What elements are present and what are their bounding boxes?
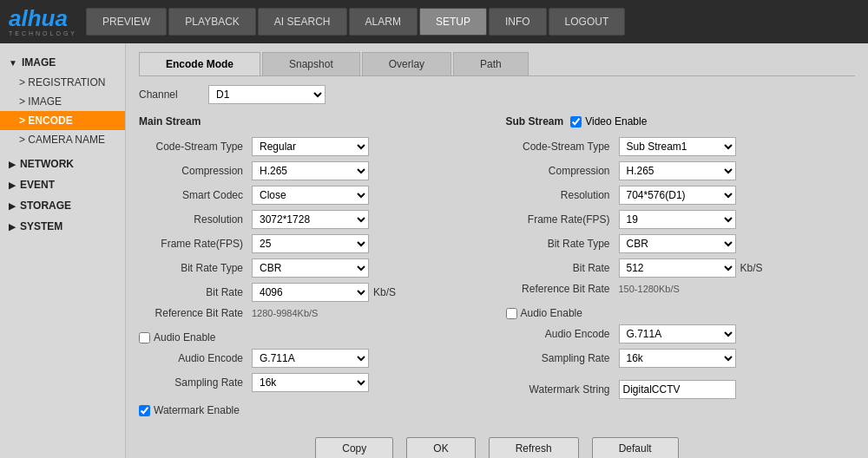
nav-preview[interactable]: PREVIEW [86,8,167,36]
main-bitrate-type-select[interactable]: CBR [252,258,369,278]
sub-watermark-string-input[interactable] [619,380,736,399]
sidebar-group-system[interactable]: ▶ SYSTEM [0,216,125,237]
main-audio-enable-label: Audio Enable [154,331,215,344]
main-bitrate-unit: Kb/S [373,286,396,298]
sidebar-group-network[interactable]: ▶ NETWORK [0,154,125,174]
sidebar-group-image[interactable]: ▼ IMAGE [0,52,125,73]
sub-bitrate-row: Bit Rate 512 Kb/S [506,258,856,278]
sub-video-enable-checkbox[interactable] [570,116,582,128]
sidebar-group-storage-label: STORAGE [20,200,71,212]
nav-info[interactable]: INFO [489,8,547,36]
tab-overlay[interactable]: Overlay [362,52,451,75]
sidebar-item-encode[interactable]: > ENCODE [0,111,125,130]
main-resolution-label: Resolution [139,213,252,226]
sub-stream-header: Sub Stream Video Enable [506,113,856,137]
sub-audio-enable-checkbox[interactable] [506,308,517,319]
streams-container: Main Stream Code-Stream Type Regular Com… [139,113,855,422]
nav-logout[interactable]: LOGOUT [549,8,626,36]
main-watermark-row: Watermark Enable [139,404,489,416]
nav-setup[interactable]: SETUP [419,8,487,36]
sidebar: ▼ IMAGE > REGISTRATION > IMAGE > ENCODE … [0,43,126,458]
arrow-icon: ▶ [9,180,16,190]
refresh-button[interactable]: Refresh [489,437,579,458]
main-framerate-select[interactable]: 25 [252,234,369,253]
main-watermark-checkbox[interactable] [139,405,150,416]
main-audio-encode-label: Audio Encode [139,352,252,364]
sub-bitrate-type-select[interactable]: CBR [619,234,736,253]
sidebar-group-network-label: NETWORK [20,158,74,170]
main-ref-bitrate-row: Reference Bit Rate 1280-9984Kb/S [139,307,489,319]
sub-video-enable-label: Video Enable [585,115,647,128]
main-audio-encode-select[interactable]: G.711A [252,349,369,368]
sub-framerate-select[interactable]: 19 [619,210,736,229]
default-button[interactable]: Default [592,437,679,458]
bottom-bar: Copy OK Refresh Default [139,430,855,458]
channel-row: Channel D1 [139,85,855,104]
sidebar-group-image-label: IMAGE [22,56,56,69]
main-compression-select[interactable]: H.265 [252,161,369,180]
sub-watermark-string-label: Watermark String [506,383,619,396]
main-resolution-select[interactable]: 3072*1728 [252,210,369,229]
main-stream-title: Main Stream [139,113,489,130]
tab-snapshot[interactable]: Snapshot [262,52,360,75]
logo-tech: TECHNOLOGY [9,30,77,36]
arrow-icon: ▶ [9,222,16,232]
sub-sampling-rate-label: Sampling Rate [506,352,619,364]
main-watermark-label: Watermark Enable [154,404,240,416]
main-sampling-rate-row: Sampling Rate 16k [139,373,489,392]
sub-ref-bitrate-value: 150-1280Kb/S [619,284,680,294]
sub-framerate-row: Frame Rate(FPS) 19 [506,210,856,229]
sub-code-stream-type-select[interactable]: Sub Stream1 [619,137,736,156]
main-smart-codec-select[interactable]: Close [252,186,369,205]
main-framerate-label: Frame Rate(FPS) [139,238,252,250]
main-resolution-row: Resolution 3072*1728 [139,210,489,229]
arrow-icon: ▶ [9,201,16,211]
sub-code-stream-type-row: Code-Stream Type Sub Stream1 [506,137,856,156]
main-audio-encode-row: Audio Encode G.711A [139,349,489,368]
sub-resolution-select[interactable]: 704*576(D1) [619,186,736,205]
nav-playback[interactable]: PLAYBACK [168,8,255,36]
main-code-stream-type-row: Code-Stream Type Regular [139,137,489,156]
sub-compression-select[interactable]: H.265 [619,161,736,180]
sub-audio-encode-label: Audio Encode [506,328,619,340]
main-sampling-rate-select[interactable]: 16k [252,373,369,392]
main-audio-enable-checkbox[interactable] [139,332,150,344]
tab-encode-mode[interactable]: Encode Mode [139,52,260,75]
ok-button[interactable]: OK [406,437,475,458]
nav-ai-search[interactable]: AI SEARCH [258,8,347,36]
main-bitrate-row: Bit Rate 4096 Kb/S [139,283,489,302]
main-code-stream-type-select[interactable]: Regular [252,137,369,156]
channel-label: Channel [139,88,208,101]
sidebar-item-camera-name[interactable]: > CAMERA NAME [0,130,125,149]
main-smart-codec-label: Smart Codec [139,189,252,201]
main-compression-row: Compression H.265 [139,161,489,180]
sub-bitrate-select[interactable]: 512 [619,258,736,278]
sub-watermark-string-row: Watermark String [506,380,856,399]
main-ref-bitrate-value: 1280-9984Kb/S [252,308,318,318]
main-audio-enable-row: Audio Enable [139,331,489,344]
channel-select[interactable]: D1 [208,85,326,104]
sub-stream-box: Sub Stream Video Enable Code-Stream Type… [506,113,856,422]
logo-text: alhua [9,7,68,29]
sub-audio-encode-row: Audio Encode G.711A [506,324,856,344]
sidebar-group-event[interactable]: ▶ EVENT [0,174,125,195]
sidebar-item-image[interactable]: > IMAGE [0,92,125,111]
sub-stream-title: Sub Stream [506,113,564,130]
sidebar-group-storage[interactable]: ▶ STORAGE [0,195,125,216]
header: alhua TECHNOLOGY PREVIEW PLAYBACK AI SEA… [0,0,868,43]
sub-compression-row: Compression H.265 [506,161,856,180]
sub-audio-enable-row: Audio Enable [506,307,856,319]
copy-button[interactable]: Copy [315,437,393,458]
sub-bitrate-type-label: Bit Rate Type [506,238,619,250]
sub-resolution-row: Resolution 704*576(D1) [506,186,856,205]
tab-path[interactable]: Path [453,52,529,75]
main-bitrate-select[interactable]: 4096 [252,283,369,302]
main-layout: ▼ IMAGE > REGISTRATION > IMAGE > ENCODE … [0,43,868,458]
sub-ref-bitrate-row: Reference Bit Rate 150-1280Kb/S [506,283,856,295]
main-stream-box: Main Stream Code-Stream Type Regular Com… [139,113,489,422]
sidebar-item-registration[interactable]: > REGISTRATION [0,73,125,92]
nav-alarm[interactable]: ALARM [349,8,418,36]
sidebar-group-event-label: EVENT [20,179,55,191]
sub-sampling-rate-select[interactable]: 16k [619,349,736,368]
sub-audio-encode-select[interactable]: G.711A [619,324,736,344]
